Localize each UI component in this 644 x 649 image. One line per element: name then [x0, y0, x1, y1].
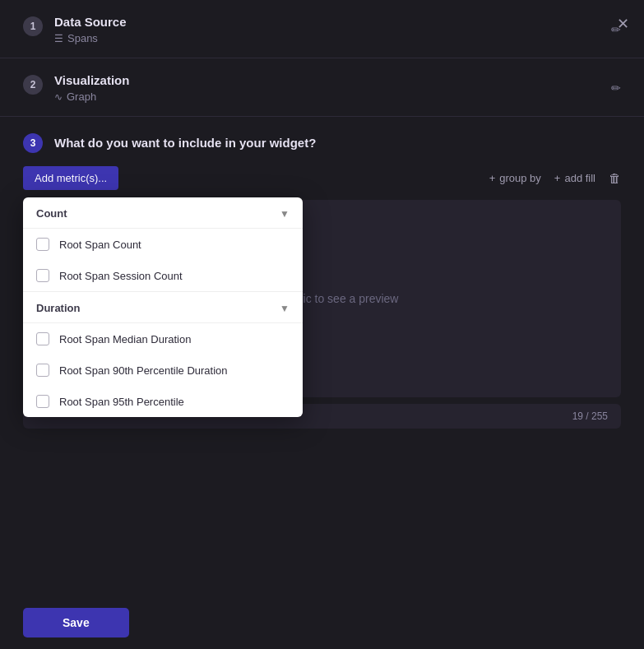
visualization-edit-button[interactable]: ✏: [611, 81, 621, 95]
root-span-95th-checkbox[interactable]: [36, 395, 49, 408]
lines-icon: ☰: [54, 33, 63, 44]
metric-dropdown: Count ▼ Root Span Count Root Span Sessio…: [23, 197, 303, 417]
trend-icon: ∿: [54, 91, 63, 103]
duration-label: Duration: [36, 302, 80, 314]
step-1-badge: 1: [23, 16, 43, 36]
plus-icon: +: [489, 172, 496, 184]
root-span-session-count-label: Root Span Session Count: [59, 270, 183, 282]
root-span-90th-checkbox[interactable]: [36, 364, 49, 377]
data-source-section: 1 Data Source ☰ Spans ✏: [0, 0, 644, 58]
step-3-badge: 3: [23, 133, 43, 153]
delete-button[interactable]: 🗑: [609, 171, 621, 185]
duration-section-header[interactable]: Duration ▼: [23, 291, 303, 323]
visualization-title: Visualization: [54, 73, 129, 87]
counter-text: 19 / 255: [572, 410, 608, 422]
root-span-count-checkbox[interactable]: [36, 238, 49, 251]
count-chevron-icon: ▼: [280, 208, 290, 220]
data-source-title: Data Source: [54, 15, 127, 29]
group-by-button[interactable]: + group by: [489, 172, 541, 184]
root-span-count-item[interactable]: Root Span Count: [23, 229, 303, 260]
root-span-median-duration-checkbox[interactable]: [36, 332, 49, 345]
visualization-subtitle: ∿ Graph: [54, 90, 129, 103]
root-span-95th-item[interactable]: Root Span 95th Percentile: [23, 386, 303, 417]
root-span-95th-label: Root Span 95th Percentile: [59, 396, 184, 408]
save-button-container: Save: [0, 596, 152, 649]
root-span-session-count-checkbox[interactable]: [36, 269, 49, 282]
root-span-session-count-item[interactable]: Root Span Session Count: [23, 260, 303, 291]
root-span-median-duration-item[interactable]: Root Span Median Duration: [23, 323, 303, 355]
main-panel: ✕ 1 Data Source ☰ Spans ✏: [0, 0, 644, 649]
save-button[interactable]: Save: [23, 608, 129, 637]
data-source-subtitle: ☰ Spans: [54, 32, 127, 44]
root-span-count-label: Root Span Count: [59, 239, 141, 251]
root-span-90th-label: Root Span 90th Percentile Duration: [59, 364, 228, 377]
metric-toolbar: Add metric(s)... + group by + add fill 🗑…: [23, 166, 621, 190]
root-span-median-duration-label: Root Span Median Duration: [59, 333, 191, 345]
visualization-section: 2 Visualization ∿ Graph ✏: [0, 58, 644, 117]
add-fill-button[interactable]: + add fill: [554, 172, 595, 184]
close-button[interactable]: ✕: [617, 15, 629, 33]
plus-icon-fill: +: [554, 172, 561, 184]
root-span-90th-item[interactable]: Root Span 90th Percentile Duration: [23, 355, 303, 386]
count-section-header[interactable]: Count ▼: [23, 197, 303, 229]
widget-question-title: What do you want to include in your widg…: [54, 136, 316, 150]
count-label: Count: [36, 207, 67, 220]
duration-chevron-icon: ▼: [280, 303, 290, 314]
step-2-badge: 2: [23, 75, 43, 95]
widget-content-section: 3 What do you want to include in your wi…: [0, 117, 644, 429]
add-metric-button[interactable]: Add metric(s)...: [23, 166, 118, 190]
